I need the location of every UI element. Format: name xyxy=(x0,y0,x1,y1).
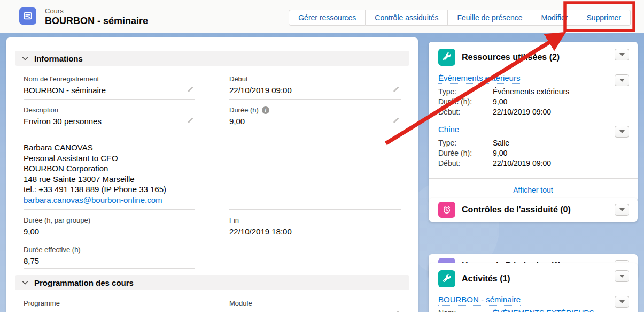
chevron-down-icon xyxy=(21,55,29,62)
field-value: 22/10/2019 09:00 xyxy=(229,86,292,95)
row-value: 9,00 xyxy=(493,97,628,107)
item-actions-dropdown[interactable] xyxy=(615,74,629,86)
programmation-field-grid: Programme Module Groupe Créneau xyxy=(15,290,409,312)
row-label: Nom: xyxy=(438,308,493,312)
section-title: Informations xyxy=(34,54,83,63)
related-list-item: Chine Type:Salle Durée (h):9,00 Début:22… xyxy=(429,123,638,174)
edit-pencil-icon[interactable] xyxy=(392,310,400,312)
field-debut: Début 22/10/2019 09:00 xyxy=(229,66,401,100)
chevron-down-icon xyxy=(619,79,625,82)
field-duree-effective: Durée effective (h) 8,75 xyxy=(24,239,195,269)
row-value: Événements extérieurs xyxy=(493,87,628,97)
attendance-control-button[interactable]: Contrôle assiduités xyxy=(366,10,448,26)
view-all-link[interactable]: Afficher tout xyxy=(513,186,553,194)
related-card-title: Contrôles de l'assiduité (0) xyxy=(462,205,571,215)
related-card-ressources: Ressources utilisées (2) Événements exté… xyxy=(429,42,638,202)
row-value: Salle xyxy=(493,138,628,148)
object-type-label: Cours xyxy=(45,7,64,15)
card-actions-dropdown[interactable] xyxy=(615,270,629,282)
related-list-item: BOURBON - séminaire Nom: ÉVÉNEMENTS EXTÉ… xyxy=(429,293,638,312)
related-card-title: Ressources utilisées (2) xyxy=(462,52,560,62)
alarm-clock-icon xyxy=(438,202,455,218)
field-label: Fin xyxy=(229,216,239,224)
delete-button[interactable]: Supprimer xyxy=(577,10,631,26)
field-label: Début xyxy=(229,75,248,83)
field-label: Durée effective (h) xyxy=(24,246,81,254)
section-informations[interactable]: Informations xyxy=(15,51,409,66)
edit-pencil-icon[interactable] xyxy=(392,117,400,126)
page-title: BOURBON - séminaire xyxy=(45,16,148,27)
related-card-activites: Activités (1) BOURBON - séminaire Nom: É… xyxy=(429,263,638,312)
edit-button[interactable]: Modifier xyxy=(532,10,578,26)
item-actions-dropdown[interactable] xyxy=(615,126,629,138)
row-value-link[interactable]: ÉVÉNEMENTS EXTÉRIEURS xyxy=(493,308,628,312)
row-label: Début: xyxy=(438,158,493,169)
wrench-icon xyxy=(438,270,455,287)
field-label: Nom de l'enregistrement xyxy=(24,75,99,83)
row-value: 22/10/2019 09:00 xyxy=(493,158,628,169)
contact-line: Personal Assistant to CEO xyxy=(24,153,166,164)
row-label: Type: xyxy=(438,87,493,97)
contact-line: Barbara CANOVAS xyxy=(24,142,166,153)
contact-line: 148 rue Sainte 13007 Marseille xyxy=(24,174,166,185)
field-fin: Fin 22/10/2019 18:00 xyxy=(229,210,401,239)
related-card-title: Activités (1) xyxy=(462,274,510,284)
chevron-down-icon xyxy=(619,275,625,278)
wrench-icon xyxy=(438,49,455,66)
page-header: Cours BOURBON - séminaire Gérer ressourc… xyxy=(0,0,644,33)
record-action-buttons: Gérer ressources Contrôle assiduités Feu… xyxy=(289,10,631,26)
field-label: Durée (h) xyxy=(229,106,259,114)
field-value: 9,00 xyxy=(229,117,245,126)
description-contact-block: Barbara CANOVAS Personal Assistant to CE… xyxy=(24,142,166,207)
chevron-down-icon xyxy=(619,208,625,211)
field-value: Environ 30 personnes xyxy=(24,117,102,126)
info-icon[interactable]: i xyxy=(262,106,269,114)
card-actions-dropdown[interactable] xyxy=(615,49,629,60)
resource-link[interactable]: Chine xyxy=(438,125,459,135)
row-value: 9,00 xyxy=(493,148,628,158)
related-card-assiduite: Contrôles de l'assiduité (0) xyxy=(429,198,638,222)
field-value: 8,75 xyxy=(24,256,39,266)
field-module: Module xyxy=(229,290,401,312)
row-label: Durée (h): xyxy=(438,97,493,107)
chevron-down-icon xyxy=(21,279,29,286)
row-label: Début: xyxy=(438,107,493,117)
chevron-down-icon xyxy=(619,53,625,56)
row-label: Durée (h): xyxy=(438,148,493,158)
course-icon xyxy=(19,7,36,25)
field-empty xyxy=(229,239,401,269)
field-duree-h: Durée (h) i 9,00 xyxy=(229,100,401,210)
field-value: 9,00 xyxy=(24,227,39,237)
field-label: Durée (h, par groupe) xyxy=(24,216,90,224)
row-label: Type: xyxy=(438,138,493,148)
item-actions-dropdown[interactable] xyxy=(615,296,629,308)
resource-link[interactable]: Événements extérieurs xyxy=(438,73,520,84)
chevron-down-icon xyxy=(619,300,625,303)
section-programmation[interactable]: Programmation des cours xyxy=(15,275,409,290)
presence-sheet-button[interactable]: Feuille de présence xyxy=(448,10,532,26)
contact-email-link[interactable]: barbara.canovas@bourbon-online.com xyxy=(24,195,162,206)
related-list-item: Événements extérieurs Type:Événements ex… xyxy=(429,71,638,123)
row-value: 22/10/2019 09:00 xyxy=(493,107,628,117)
manage-resources-button[interactable]: Gérer ressources xyxy=(289,10,366,26)
field-label: Description xyxy=(24,106,58,114)
activity-link[interactable]: BOURBON - séminaire xyxy=(438,295,521,306)
edit-pencil-icon[interactable] xyxy=(187,86,194,95)
field-label: Programme xyxy=(24,299,60,307)
record-detail-panel: Informations Nom de l'enregistrement BOU… xyxy=(6,37,418,312)
contact-line: tel.: +33 491 138 889 (IP Phone 33 165) xyxy=(24,184,166,195)
edit-pencil-icon[interactable] xyxy=(392,86,400,95)
edit-pencil-icon[interactable] xyxy=(187,117,194,126)
chevron-down-icon xyxy=(619,130,625,133)
field-description: Description Environ 30 personnes Barbara… xyxy=(24,100,195,210)
contact-line: BOURBON Corporation xyxy=(24,163,166,174)
informations-field-grid: Nom de l'enregistrement BOURBON - sémina… xyxy=(15,66,409,269)
field-value: BOURBON - séminaire xyxy=(24,86,106,95)
card-actions-dropdown[interactable] xyxy=(615,204,629,216)
field-label: Module xyxy=(229,299,252,307)
field-programme: Programme xyxy=(24,290,195,312)
field-value: 22/10/2019 18:00 xyxy=(229,227,292,237)
field-nom: Nom de l'enregistrement BOURBON - sémina… xyxy=(24,66,195,100)
section-title: Programmation des cours xyxy=(34,278,134,287)
field-duree-groupe: Durée (h, par groupe) 9,00 xyxy=(24,210,195,239)
